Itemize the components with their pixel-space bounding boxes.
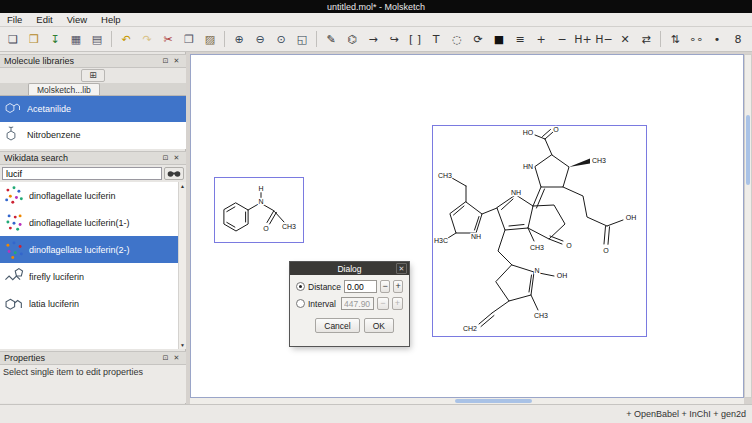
radical-tool-icon: • bbox=[714, 34, 721, 45]
wikidata-item-dinoflagellate-luciferin-1[interactable]: dinoflagellate luciferin(1-) bbox=[0, 209, 178, 236]
new-file-button[interactable]: ❏ bbox=[3, 29, 23, 49]
search-input[interactable] bbox=[2, 167, 162, 180]
bracket-tool-button[interactable]: [ ] bbox=[405, 29, 425, 49]
atom-label-n: N bbox=[258, 198, 263, 205]
delete-tool-button[interactable]: ✕ bbox=[615, 29, 635, 49]
dialog-titlebar[interactable]: Dialog ✕ bbox=[290, 262, 409, 275]
flip-vertical-tool-button[interactable]: ⇅ bbox=[665, 29, 685, 49]
menu-file[interactable]: File bbox=[0, 13, 29, 27]
acetanilide-molecule[interactable]: H N O CH3 bbox=[214, 177, 304, 243]
lasso-tool-button[interactable]: ◌ bbox=[447, 29, 467, 49]
menu-view[interactable]: View bbox=[60, 13, 94, 27]
distance-label: Distance bbox=[308, 282, 341, 292]
charge-minus-tool-button[interactable]: − bbox=[552, 29, 572, 49]
zoom-fit-button[interactable]: ◱ bbox=[292, 29, 312, 49]
menu-help[interactable]: Help bbox=[94, 13, 128, 27]
reaction-arrow-tool-icon: → bbox=[368, 34, 377, 45]
close-panel-icon[interactable]: ✕ bbox=[171, 56, 182, 67]
molecule-libraries-panel: Molecule libraries ⊡ ✕ ⊞ Molsketch...lib bbox=[0, 54, 186, 149]
rotate-tool-button[interactable]: ⟳ bbox=[468, 29, 488, 49]
mechanism-arrow-tool-button[interactable]: ↪ bbox=[384, 29, 404, 49]
distance-increment-button[interactable]: + bbox=[393, 280, 403, 293]
wikidata-list-scrollbar[interactable]: ▲ ▼ bbox=[178, 182, 186, 349]
cancel-button[interactable]: Cancel bbox=[315, 318, 359, 333]
atom-label-o: O bbox=[263, 225, 269, 232]
close-panel-icon[interactable]: ✕ bbox=[171, 153, 182, 164]
scroll-up-icon[interactable]: ▲ bbox=[180, 182, 185, 190]
radical-tool-button[interactable]: • bbox=[707, 29, 727, 49]
distance-radio[interactable] bbox=[296, 282, 305, 291]
hydrogen-add-tool-icon: H+ bbox=[574, 34, 592, 45]
interval-decrement-button[interactable]: − bbox=[377, 297, 388, 310]
nitrobenzene-thumbnail-icon bbox=[3, 124, 23, 146]
luciferin-molecule[interactable]: HO O CH3 HN OH O NH CH3 CH3 H3C NH O N O… bbox=[432, 125, 647, 337]
canvas-vertical-scrollbar[interactable] bbox=[744, 54, 752, 398]
save-file-icon: ↧ bbox=[50, 34, 59, 45]
zoom-out-button[interactable]: ⊖ bbox=[250, 29, 270, 49]
wikidata-item-dinoflagellate-luciferin-2[interactable]: dinoflagellate luciferin(2-) bbox=[0, 236, 178, 263]
ok-button[interactable]: OK bbox=[364, 318, 394, 333]
interval-radio[interactable] bbox=[296, 299, 305, 308]
hydrogen-remove-tool-button[interactable]: H− bbox=[594, 29, 614, 49]
vertical-scroll-thumb[interactable] bbox=[746, 115, 750, 185]
cut-button[interactable]: ✂ bbox=[158, 29, 178, 49]
open-file-button[interactable]: ❒ bbox=[24, 29, 44, 49]
tab-molsketch-lib[interactable]: Molsketch...lib bbox=[28, 83, 100, 95]
wikidata-result-list: dinoflagellate luciferin dinoflagellate … bbox=[0, 182, 186, 349]
text-tool-button[interactable]: T bbox=[426, 29, 446, 49]
horizontal-scroll-thumb[interactable] bbox=[455, 399, 532, 403]
atom-label-ch3: CH3 bbox=[438, 172, 452, 179]
molecule-scatter-thumbnail-icon bbox=[3, 184, 25, 208]
zoom-in-button[interactable]: ⊕ bbox=[229, 29, 249, 49]
draw-tool-button[interactable]: ✎ bbox=[321, 29, 341, 49]
color-tool-button[interactable]: ■ bbox=[489, 29, 509, 49]
dialog-close-icon[interactable]: ✕ bbox=[396, 263, 407, 274]
atom-label-o: O bbox=[603, 247, 609, 254]
drawing-canvas[interactable]: H N O CH3 bbox=[190, 54, 744, 398]
flip-horizontal-tool-button[interactable]: ⇄ bbox=[636, 29, 656, 49]
lone-pair-tool-button[interactable]: ∘∘ bbox=[686, 29, 706, 49]
octet-rule-tool-button[interactable]: 8 bbox=[728, 29, 748, 49]
bracket-tool-icon: [ ] bbox=[409, 34, 421, 45]
zoom-original-button[interactable]: ⊙ bbox=[271, 29, 291, 49]
scroll-down-icon[interactable]: ▼ bbox=[180, 341, 185, 349]
search-button[interactable] bbox=[164, 167, 184, 180]
distance-decrement-button[interactable]: − bbox=[380, 280, 390, 293]
print-button[interactable]: ▤ bbox=[87, 29, 107, 49]
molecule-structure-thumbnail-icon bbox=[3, 265, 25, 289]
float-panel-icon[interactable]: ⊡ bbox=[160, 153, 171, 164]
export-image-button[interactable]: ▦ bbox=[66, 29, 86, 49]
reaction-arrow-tool-button[interactable]: → bbox=[363, 29, 383, 49]
atom-label-ch3: CH3 bbox=[530, 244, 544, 251]
library-tabbar: Molsketch...lib bbox=[0, 83, 186, 96]
wikidata-item-label: dinoflagellate luciferin bbox=[29, 191, 116, 201]
interval-increment-button[interactable]: + bbox=[392, 297, 403, 310]
close-panel-icon[interactable]: ✕ bbox=[171, 353, 182, 364]
undo-button[interactable]: ↶ bbox=[116, 29, 136, 49]
ring-tool-button[interactable]: ⌬ bbox=[342, 29, 362, 49]
wikidata-item-dinoflagellate-luciferin[interactable]: dinoflagellate luciferin bbox=[0, 182, 178, 209]
charge-plus-tool-button[interactable]: + bbox=[531, 29, 551, 49]
redo-button[interactable]: ↷ bbox=[137, 29, 157, 49]
color-tool-icon: ■ bbox=[494, 34, 504, 45]
library-item-nitrobenzene[interactable]: Nitrobenzene bbox=[0, 122, 186, 148]
float-panel-icon[interactable]: ⊡ bbox=[160, 353, 171, 364]
wikidata-item-firefly-luciferin[interactable]: firefly luciferin bbox=[0, 263, 178, 290]
delete-tool-icon: ✕ bbox=[620, 34, 629, 45]
atom-label-o: O bbox=[566, 242, 572, 249]
linewidth-tool-button[interactable]: ≡ bbox=[510, 29, 530, 49]
hydrogen-add-tool-button[interactable]: H+ bbox=[573, 29, 593, 49]
library-item-acetanilide[interactable]: Acetanilide bbox=[0, 96, 186, 122]
interval-input[interactable] bbox=[341, 297, 374, 310]
paste-button[interactable]: ▨ bbox=[200, 29, 220, 49]
library-menu-button[interactable]: ⊞ bbox=[81, 69, 105, 82]
save-file-button[interactable]: ↧ bbox=[45, 29, 65, 49]
canvas-area: H N O CH3 bbox=[186, 52, 752, 404]
float-panel-icon[interactable]: ⊡ bbox=[160, 56, 171, 67]
sidebar: Molecule libraries ⊡ ✕ ⊞ Molsketch...lib bbox=[0, 52, 186, 404]
atom-label-hn: HN bbox=[523, 163, 533, 170]
wikidata-item-latia-luciferin[interactable]: latia luciferin bbox=[0, 290, 178, 317]
distance-input[interactable] bbox=[344, 280, 377, 293]
copy-button[interactable]: ❐ bbox=[179, 29, 199, 49]
menu-edit[interactable]: Edit bbox=[29, 13, 59, 27]
